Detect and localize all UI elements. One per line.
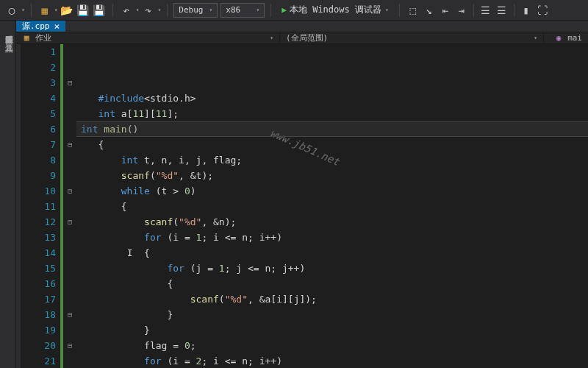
line-number: 1: [21, 44, 56, 60]
fold-spacer: [63, 121, 76, 137]
fold-spacer: [63, 291, 76, 307]
scope-label: 作业: [35, 32, 51, 43]
line-number: 17: [21, 291, 56, 307]
new-file-icon[interactable]: ▦: [37, 3, 52, 18]
undo-icon[interactable]: ↶: [119, 3, 134, 18]
line-number: 2: [21, 60, 56, 75]
code-line[interactable]: scanf("%d", &a[i][j]);: [81, 291, 588, 307]
fold-spacer: [63, 245, 76, 261]
redo-icon[interactable]: ↷: [140, 3, 155, 18]
chevron-down-icon[interactable]: ▾: [157, 7, 161, 13]
line-number: 7: [21, 137, 56, 152]
code-line[interactable]: scanf("%d", &n);: [81, 214, 588, 230]
side-tab-server-explorer[interactable]: 服务器资源管理器: [0, 25, 15, 34]
bookmark-icon[interactable]: ▮: [519, 3, 534, 18]
project-icon: ▦: [22, 34, 31, 43]
expand-icon[interactable]: ⛶: [535, 3, 550, 18]
fold-spacer: [63, 276, 76, 291]
scope-project[interactable]: ▦ 作业 ▾: [16, 32, 280, 43]
code-line[interactable]: flag = 0;: [81, 338, 588, 353]
platform-select[interactable]: x86 ▾: [220, 3, 265, 18]
scope-label: (全局范围): [286, 32, 328, 43]
fold-toggle-icon[interactable]: ⊟: [63, 75, 76, 91]
code-line[interactable]: while (t > 0): [81, 183, 588, 199]
fold-spacer: [63, 322, 76, 338]
tool-icon[interactable]: ⇤: [438, 3, 453, 18]
save-all-icon[interactable]: 💾: [92, 3, 107, 18]
nav-back-icon[interactable]: ◯: [4, 3, 19, 18]
fold-toggle-icon[interactable]: ⊟: [63, 137, 76, 152]
fold-spacer: [63, 60, 76, 75]
code-line[interactable]: int main(): [81, 121, 588, 137]
code-line[interactable]: int t, n, i, j, flag;: [81, 152, 588, 168]
fold-spacer: [63, 261, 76, 276]
line-number: 9: [21, 168, 56, 183]
run-label: 本地 Windows 调试器: [290, 4, 381, 16]
code-area[interactable]: www.jb51.net #include<stdio.h> int a[11]…: [76, 44, 588, 368]
indent-icon[interactable]: ☰: [478, 3, 493, 18]
code-line[interactable]: {: [81, 199, 588, 214]
code-line[interactable]: #include<stdio.h>: [81, 91, 588, 106]
scope-global[interactable]: (全局范围) ▾: [280, 32, 544, 43]
main-toolbar: ◯ ▾ ▦ ▾ 📂 💾 💾 ↶ ▾ ↷ ▾ Debug ▾ x86 ▾ ▶ 本地…: [0, 0, 588, 21]
fold-spacer: [63, 152, 76, 168]
fold-toggle-icon[interactable]: ⊟: [63, 183, 76, 199]
fold-spacer: [63, 44, 76, 60]
chevron-down-icon[interactable]: ▾: [21, 7, 25, 13]
file-tab[interactable]: 源.cpp ×: [16, 21, 65, 32]
tool-icon[interactable]: ⇥: [454, 3, 469, 18]
code-line[interactable]: {: [81, 276, 588, 291]
play-icon: ▶: [282, 5, 287, 15]
fold-toggle-icon[interactable]: ⊟: [63, 338, 76, 353]
config-label: Debug: [179, 5, 203, 15]
code-line[interactable]: for (i = 2; i <= n; i++): [81, 353, 588, 368]
scope-function[interactable]: ◉ mai: [544, 33, 588, 43]
code-editor[interactable]: 123456789101112131415161718192021 ⊟ ⊟ ⊟ …: [16, 44, 588, 368]
chevron-down-icon: ▾: [256, 7, 259, 13]
open-icon[interactable]: 📂: [60, 3, 74, 18]
close-icon[interactable]: ×: [54, 21, 60, 32]
chevron-down-icon[interactable]: ▾: [136, 7, 140, 13]
file-tab-label: 源.cpp: [22, 21, 50, 32]
code-line[interactable]: }: [81, 322, 588, 338]
run-debugger-button[interactable]: ▶ 本地 Windows 调试器 ▾: [277, 3, 392, 18]
line-number: 21: [21, 353, 56, 368]
code-line[interactable]: scanf("%d", &t);: [81, 168, 588, 183]
code-line[interactable]: for (i = 1; i <= n; i++): [81, 230, 588, 245]
fold-spacer: [63, 199, 76, 214]
line-number: 10: [21, 183, 56, 199]
chevron-down-icon: ▾: [209, 7, 212, 13]
line-number: 4: [21, 91, 56, 106]
chevron-down-icon[interactable]: ▾: [54, 7, 58, 13]
function-icon: ◉: [554, 34, 563, 43]
code-line[interactable]: for (j = 1; j <= n; j++): [81, 261, 588, 276]
fold-spacer: [63, 168, 76, 183]
side-tab-strip: 服务器资源管理器 工具箱: [0, 21, 16, 368]
line-number: 12: [21, 214, 56, 230]
line-number: 8: [21, 152, 56, 168]
fold-spacer: [63, 106, 76, 121]
line-number-gutter: 123456789101112131415161718192021: [21, 44, 63, 368]
tool-icon[interactable]: ↘: [422, 3, 437, 18]
chevron-down-icon: ▾: [385, 7, 389, 13]
line-number: 13: [21, 230, 56, 245]
line-number: 15: [21, 261, 56, 276]
line-number: 3: [21, 75, 56, 91]
config-select[interactable]: Debug ▾: [173, 3, 218, 18]
save-icon[interactable]: 💾: [76, 3, 90, 18]
code-line[interactable]: int a[11][11];: [81, 106, 588, 121]
code-line[interactable]: {: [81, 137, 588, 152]
fold-toggle-icon[interactable]: ⊟: [63, 214, 76, 230]
outdent-icon[interactable]: ☰: [495, 3, 509, 18]
code-line[interactable]: I {: [81, 245, 588, 261]
fold-toggle-icon[interactable]: ⊟: [63, 307, 76, 322]
code-line[interactable]: }: [81, 307, 588, 322]
side-tab-toolbox[interactable]: 工具箱: [0, 34, 15, 43]
line-number: 14: [21, 245, 56, 261]
line-number: 18: [21, 307, 56, 322]
chevron-down-icon: ▾: [270, 35, 273, 41]
line-number: 5: [21, 106, 56, 121]
line-number: 19: [21, 322, 56, 338]
fold-column: ⊟ ⊟ ⊟ ⊟ ⊟ ⊟: [63, 44, 76, 368]
tool-icon[interactable]: ⬚: [406, 3, 420, 18]
